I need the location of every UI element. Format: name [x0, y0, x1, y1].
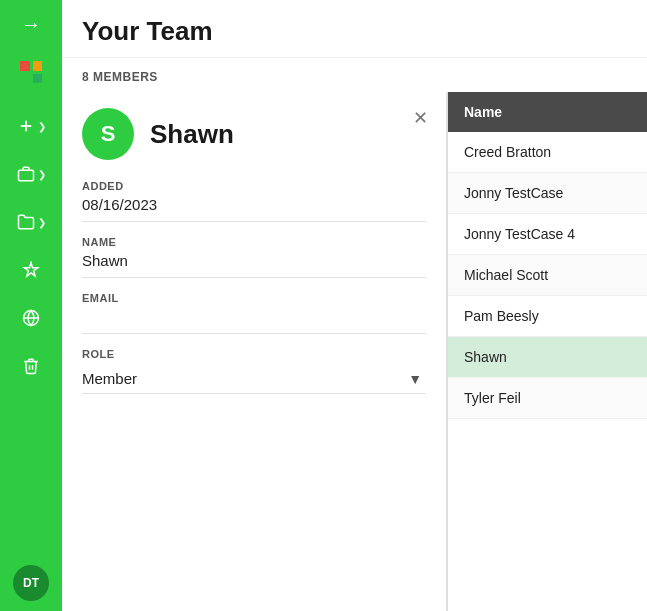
team-list-header: Name: [448, 92, 647, 132]
page-header: Your Team: [62, 0, 647, 58]
main-content: Your Team 8 MEMBERS ✕ S Shawn ADDED 08/1…: [62, 0, 647, 611]
logo-cell-orange: [33, 61, 43, 71]
team-list-item[interactable]: Creed Bratton: [448, 132, 647, 173]
user-avatar-bottom[interactable]: DT: [0, 555, 62, 611]
logo-cell-red: [20, 61, 30, 71]
added-label: ADDED: [82, 180, 426, 192]
app-logo: [0, 48, 62, 96]
sidebar-item-globe[interactable]: [0, 296, 62, 340]
team-list-item[interactable]: Tyler Feil: [448, 378, 647, 419]
member-detail-panel: ✕ S Shawn ADDED 08/16/2023 NAME Shawn EM…: [62, 92, 447, 611]
plus-icon: ❯: [17, 117, 46, 135]
chevron-icon: ❯: [38, 217, 46, 228]
sidebar-nav: ❯ ❯ ❯: [0, 96, 62, 555]
sidebar-expand-button[interactable]: →: [0, 0, 62, 48]
briefcase-icon: ❯: [17, 165, 46, 183]
chevron-icon: ❯: [38, 169, 46, 180]
team-list-panel: Name Creed BrattonJonny TestCaseJonny Te…: [447, 92, 647, 611]
arrow-right-icon: →: [21, 13, 41, 36]
name-value: Shawn: [82, 252, 426, 278]
email-section: EMAIL: [82, 292, 426, 334]
sidebar: → ❯ ❯: [0, 0, 62, 611]
sidebar-item-folder[interactable]: ❯: [0, 200, 62, 244]
svg-rect-2: [18, 170, 33, 181]
sidebar-item-rocket[interactable]: [0, 248, 62, 292]
rocket-icon: [22, 261, 40, 279]
role-label: ROLE: [82, 348, 426, 360]
email-label: EMAIL: [82, 292, 426, 304]
sidebar-item-trash[interactable]: [0, 344, 62, 388]
team-list-item[interactable]: Jonny TestCase: [448, 173, 647, 214]
member-header: S Shawn: [82, 108, 426, 160]
member-avatar: S: [82, 108, 134, 160]
role-section: ROLE Member Admin Owner ▼: [82, 348, 426, 394]
trash-icon: [22, 357, 40, 375]
role-select[interactable]: Member Admin Owner: [82, 364, 426, 394]
email-value: [82, 308, 426, 334]
globe-icon: [22, 309, 40, 327]
team-list-item[interactable]: Pam Beesly: [448, 296, 647, 337]
sidebar-item-briefcase[interactable]: ❯: [0, 152, 62, 196]
close-button[interactable]: ✕: [406, 104, 434, 132]
page-title: Your Team: [82, 16, 627, 47]
team-list-item[interactable]: Jonny TestCase 4: [448, 214, 647, 255]
name-section: NAME Shawn: [82, 236, 426, 278]
name-label: NAME: [82, 236, 426, 248]
team-list-item[interactable]: Michael Scott: [448, 255, 647, 296]
user-avatar: DT: [13, 565, 49, 601]
logo-grid: [20, 61, 42, 83]
folder-icon: ❯: [17, 213, 46, 231]
sidebar-item-add[interactable]: ❯: [0, 104, 62, 148]
content-area: ✕ S Shawn ADDED 08/16/2023 NAME Shawn EM…: [62, 92, 647, 611]
chevron-icon: ❯: [38, 121, 46, 132]
added-section: ADDED 08/16/2023: [82, 180, 426, 222]
members-count: 8 MEMBERS: [62, 58, 647, 92]
team-list-item[interactable]: Shawn: [448, 337, 647, 378]
added-date: 08/16/2023: [82, 196, 426, 222]
logo-cell-empty: [20, 74, 30, 84]
team-list-items: Creed BrattonJonny TestCaseJonny TestCas…: [448, 132, 647, 419]
member-name-heading: Shawn: [150, 119, 234, 150]
role-select-wrapper: Member Admin Owner ▼: [82, 364, 426, 394]
logo-cell-green: [33, 74, 43, 84]
